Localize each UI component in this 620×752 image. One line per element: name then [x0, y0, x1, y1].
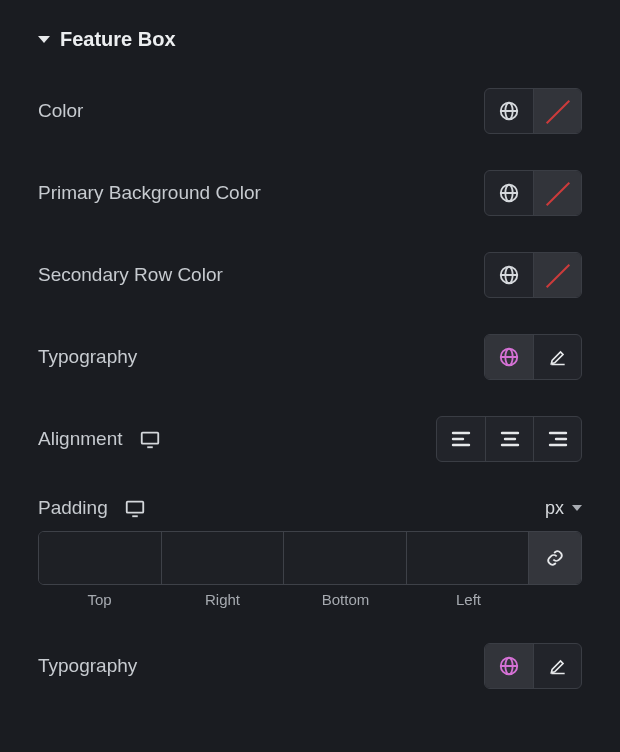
- align-left-icon: [451, 430, 471, 448]
- color-controls: [484, 88, 582, 134]
- padding-inputs: [38, 531, 582, 585]
- secondary-row-label: Secondary Row Color: [38, 264, 223, 286]
- padding-right-input[interactable]: [162, 532, 284, 584]
- no-color-swatch-icon: [544, 97, 572, 125]
- svg-rect-9: [126, 502, 143, 513]
- globe-icon: [498, 100, 520, 122]
- alignment-controls: [436, 416, 582, 462]
- align-center-icon: [500, 430, 520, 448]
- typography-2-label: Typography: [38, 655, 137, 677]
- typography-1-controls: [484, 334, 582, 380]
- globe-icon: [498, 346, 520, 368]
- spacer: [530, 591, 582, 608]
- globe-icon: [498, 264, 520, 286]
- padding-top-input[interactable]: [39, 532, 161, 584]
- padding-top-cell: [39, 532, 162, 584]
- link-icon: [545, 548, 565, 568]
- section-header[interactable]: Feature Box: [38, 28, 582, 51]
- row-typography-1: Typography: [38, 333, 582, 381]
- chevron-down-icon: [572, 505, 582, 511]
- row-alignment: Alignment: [38, 415, 582, 463]
- row-color: Color: [38, 87, 582, 135]
- padding-unit-value: px: [545, 498, 564, 519]
- color-global-button[interactable]: [485, 89, 533, 133]
- padding-label: Padding: [38, 497, 108, 519]
- padding-unit-select[interactable]: px: [545, 498, 582, 519]
- align-center-button[interactable]: [485, 417, 533, 461]
- secondary-row-global-button[interactable]: [485, 253, 533, 297]
- padding-left-label: Left: [407, 591, 530, 608]
- align-left-button[interactable]: [437, 417, 485, 461]
- padding-left-cell: [407, 532, 530, 584]
- device-icon[interactable]: [124, 498, 146, 518]
- padding-bottom-label: Bottom: [284, 591, 407, 608]
- padding-top-label: Top: [38, 591, 161, 608]
- no-color-swatch-icon: [544, 261, 572, 289]
- align-right-button[interactable]: [533, 417, 581, 461]
- typography-1-edit-button[interactable]: [533, 335, 581, 379]
- secondary-row-swatch-button[interactable]: [533, 253, 581, 297]
- color-swatch-button[interactable]: [533, 89, 581, 133]
- row-padding-header: Padding px: [38, 497, 582, 519]
- pencil-icon: [548, 656, 568, 676]
- primary-bg-label: Primary Background Color: [38, 182, 261, 204]
- alignment-label: Alignment: [38, 428, 123, 450]
- padding-bottom-cell: [284, 532, 407, 584]
- secondary-row-controls: [484, 252, 582, 298]
- pencil-icon: [548, 347, 568, 367]
- padding-link-toggle[interactable]: [529, 532, 581, 584]
- svg-rect-8: [141, 433, 158, 444]
- typography-1-label: Typography: [38, 346, 137, 368]
- typography-1-global-button[interactable]: [485, 335, 533, 379]
- align-right-icon: [548, 430, 568, 448]
- row-secondary-row: Secondary Row Color: [38, 251, 582, 299]
- padding-bottom-input[interactable]: [284, 532, 406, 584]
- color-label: Color: [38, 100, 83, 122]
- device-icon[interactable]: [139, 429, 161, 449]
- row-typography-2: Typography: [38, 642, 582, 690]
- padding-labels: Top Right Bottom Left: [38, 591, 582, 608]
- section-title: Feature Box: [60, 28, 176, 51]
- padding-right-label: Right: [161, 591, 284, 608]
- typography-2-controls: [484, 643, 582, 689]
- globe-icon: [498, 655, 520, 677]
- primary-bg-controls: [484, 170, 582, 216]
- caret-down-icon: [38, 36, 50, 43]
- primary-bg-swatch-button[interactable]: [533, 171, 581, 215]
- primary-bg-global-button[interactable]: [485, 171, 533, 215]
- row-primary-bg: Primary Background Color: [38, 169, 582, 217]
- typography-2-global-button[interactable]: [485, 644, 533, 688]
- padding-right-cell: [162, 532, 285, 584]
- typography-2-edit-button[interactable]: [533, 644, 581, 688]
- no-color-swatch-icon: [544, 179, 572, 207]
- padding-left-input[interactable]: [407, 532, 529, 584]
- globe-icon: [498, 182, 520, 204]
